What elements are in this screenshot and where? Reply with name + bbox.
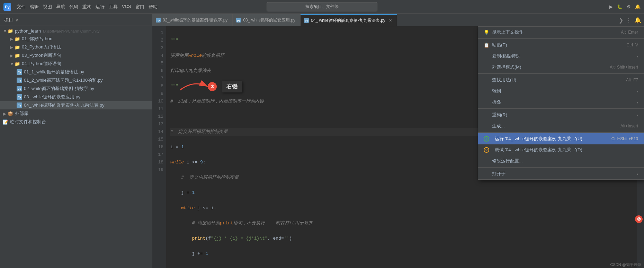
menu-item-fold[interactable]: 折叠 › [478,97,644,108]
sidebar-item-py-01-2[interactable]: py 01_2_while循环练习题_求1-100的和.py [0,76,152,84]
sidebar-tree: ▼ 📁 python_learn D:\software\PyCharm Com… [0,26,152,268]
menu-label-modify-config: 修改运行配置... [492,158,523,164]
menu-divider-3 [478,108,644,109]
menu-item-run[interactable]: 运行 '04_ while循环的嵌套案例-九九乘...'(U) Ctrl+Shi… [478,133,644,144]
tab-04-label: 04_ while循环的嵌套案例-九九乘法表.py [311,18,385,24]
folder-04-arrow: ▼ [10,61,15,66]
menu-tools[interactable]: 工具 [109,4,118,10]
menu-code[interactable]: 代码 [69,4,78,10]
sidebar-scratch-files[interactable]: 📝 临时文件和控制台 [0,118,152,126]
menu-help[interactable]: 帮助 [149,4,158,10]
menu-item-refactor[interactable]: 重构(R) › [478,109,644,120]
sidebar-item-py-02[interactable]: py 02_while循环的基础案例-猜数字.py [0,84,152,93]
menu-left-paste: 📋 粘贴(P) [484,42,507,48]
menu-label-run: 运行 '04_ while循环的嵌套案例-九九乘...'(U) [495,136,582,142]
sidebar-external-lib[interactable]: ▶ 📦 外部库 [0,109,152,118]
goto-arrow: › [637,89,638,94]
py-tab-icon-04: py [304,18,309,23]
debug-icon-top[interactable]: 🐛 [617,4,623,9]
py-icon-01-2: py [17,78,22,83]
external-lib-label: 外部库 [15,110,28,117]
sidebar-item-folder-02[interactable]: ▶ 📁 02_Python入门语法 [0,43,152,51]
external-lib-arrow: ▶ [3,111,8,116]
sidebar-item-folder-04[interactable]: ▼ 📁 04_Python循环语句 [0,60,152,68]
py-icon-01-1: py [17,69,22,75]
main-layout: 项目 ∨ ▼ 📁 python_learn D:\software\PyChar… [0,14,644,268]
scratch-files-label: 临时文件和控制台 [10,119,46,125]
menu-window[interactable]: 窗口 [135,4,144,10]
menu-item-column-sel[interactable]: 列选择模式(M) Alt+Shift+Insert [478,62,644,73]
menu-left-context-actions: 💡 显示上下文操作 [484,29,524,35]
menu-refactor[interactable]: 重构 [82,4,91,10]
chevron-down-icon[interactable]: ∨ [15,17,19,23]
menu-shortcut-context-actions: Alt+Enter [621,30,638,35]
search-bar[interactable]: 搜索项目、文件等 [267,2,377,11]
menu-item-open-in[interactable]: 打开于 › [478,168,644,179]
top-bar-left: Py 文件 编辑 视图 导航 代码 重构 运行 工具 VCS 窗口 帮助 [3,3,163,11]
menu-vcs[interactable]: VCS [122,4,131,10]
run-icon-top[interactable]: ▶ [609,4,613,9]
menu-run[interactable]: 运行 [96,4,105,10]
tab-03[interactable]: py 03_ while循环的嵌套应用.py [233,14,301,26]
menu-view[interactable]: 视图 [43,4,52,10]
menu-item-paste[interactable]: 📋 粘贴(P) Ctrl+V [478,39,644,51]
sidebar-item-py-01-1[interactable]: py 01_1_while循环的基础语法.py [0,68,152,76]
copy-special-arrow: › [637,54,638,59]
menu-label-context-actions: 显示上下文操作 [492,29,524,35]
open-in-arrow: › [637,171,638,177]
menu-left-modify-config: 修改运行配置... [484,158,523,164]
bottom-status: CSDN @知乎云哥 [608,261,644,268]
folder-02-label: 02_Python入门语法 [22,44,61,50]
menu-item-modify-config[interactable]: 修改运行配置... [478,155,644,167]
py-tab-icon-03: py [236,18,241,23]
sidebar-header: 项目 ∨ [0,14,152,26]
tab-04-close[interactable]: ✕ [389,18,392,23]
menu-divider-4 [478,132,644,133]
fold-arrow: › [637,100,638,105]
menu-label-refactor: 重构(R) [492,112,507,118]
sidebar-item-folder-03[interactable]: ▶ 📁 03_Python判断语句 [0,51,152,60]
folder-03-arrow: ▶ [10,53,15,58]
sidebar-item-folder-01[interactable]: ▶ 📁 01_你好Python [0,35,152,43]
menu-file[interactable]: 文件 [17,4,26,10]
py-icon-03: py [17,94,22,100]
tab-02[interactable]: py 02_while循环的基础案例-猜数字.py [152,14,233,26]
sidebar-root[interactable]: ▼ 📁 python_learn D:\software\PyCharm Com… [0,27,152,35]
bell-icon[interactable]: 🔔 [635,4,641,9]
tab-03-label: 03_ while循环的嵌套应用.py [243,17,295,23]
menu-divider-5 [478,167,644,168]
menu-item-find-usages[interactable]: 查找用法(U) Alt+F7 [478,74,644,86]
menu-edit[interactable]: 编辑 [30,4,39,10]
tabs-dropdown-icon[interactable]: ❯ [619,17,623,24]
editor-area: py 02_while循环的基础案例-猜数字.py py 03_ while循环… [152,14,644,268]
tab-02-label: 02_while循环的基础案例-猜数字.py [163,17,227,23]
menu-shortcut-run: Ctrl+Shift+F10 [611,136,638,141]
menu-left-debug: ⚙ 调试 '04_ while循环的嵌套案例-九九乘...'(D) [484,147,582,153]
sidebar-item-py-03[interactable]: py 03_ while循环的嵌套应用.py [0,93,152,101]
menu-divider-2 [478,73,644,74]
tab-04[interactable]: py 04_ while循环的嵌套案例-九九乘法表.py ✕ [301,14,397,26]
folder-03-label: 03_Python判断语句 [22,52,61,59]
root-path: D:\software\PyCharm Community [43,29,99,33]
bell-tab-icon[interactable]: 🔔 [634,17,641,24]
menu-left-run: 运行 '04_ while循环的嵌套案例-九九乘...'(U) [484,136,582,142]
tabs-more-icon[interactable]: ⋮ [626,17,632,24]
folder-04-label: 04_Python循环语句 [22,61,61,67]
menu-item-debug[interactable]: ⚙ 调试 '04_ while循环的嵌套案例-九九乘...'(D) [478,144,644,155]
menu-left-column-sel: 列选择模式(M) [484,64,521,70]
menu-item-context-actions[interactable]: 💡 显示上下文操作 Alt+Enter [478,27,644,38]
menu-label-open-in: 打开于 [492,171,506,177]
settings-icon[interactable]: ⚙ [627,4,631,9]
menu-left-goto: 转到 [484,88,501,94]
menu-item-copy-special[interactable]: 复制/粘贴特殊 › [478,51,644,62]
menu-label-fold: 折叠 [492,99,501,105]
bulb-icon: 💡 [484,30,489,35]
menu-navigate[interactable]: 导航 [56,4,65,10]
tabs-actions: ❯ ⋮ 🔔 [619,14,644,26]
menu-label-goto: 转到 [492,88,501,94]
menu-item-generate[interactable]: 生成... Alt+Insert [478,120,644,132]
menu-item-goto[interactable]: 转到 › [478,86,644,97]
sidebar-item-py-04[interactable]: py 04_ while循环的嵌套案例-九九乘法表.py [0,101,152,109]
py-label-01-2: 01_2_while循环练习题_求1-100的和.py [24,77,103,83]
menu-left-generate: 生成... [484,123,505,129]
